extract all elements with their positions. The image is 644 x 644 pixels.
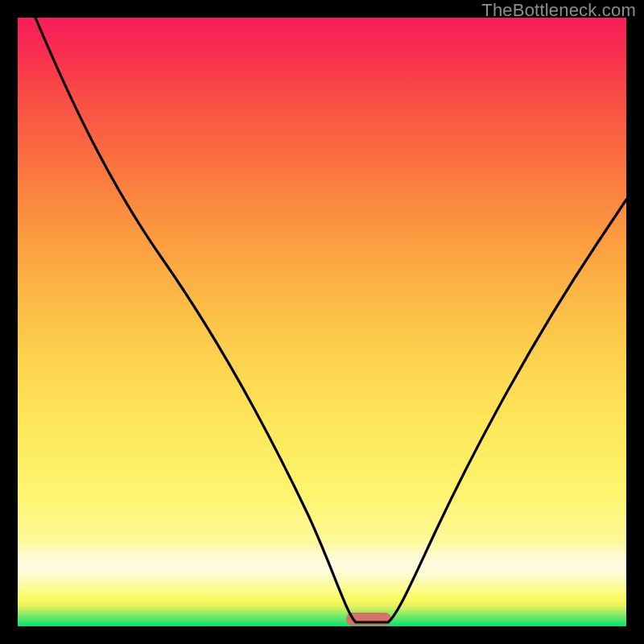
watermark-text: TheBottleneck.com: [481, 0, 636, 21]
bottleneck-curve: [18, 18, 626, 626]
chart-frame: TheBottleneck.com: [0, 0, 644, 644]
curve-path: [35, 18, 626, 622]
chart-plot-area: [18, 18, 626, 626]
